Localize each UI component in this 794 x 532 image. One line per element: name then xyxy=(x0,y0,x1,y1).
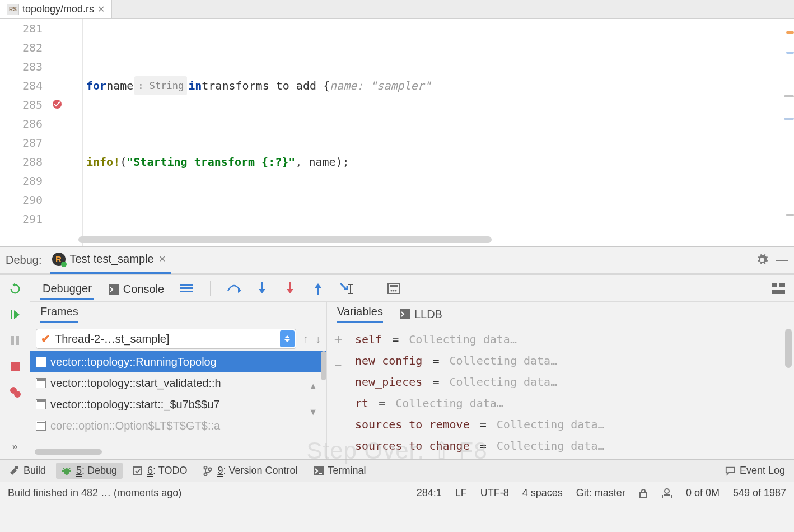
frames-vertical-scrollbar[interactable] xyxy=(321,351,326,380)
tw-terminal[interactable]: Terminal xyxy=(308,463,372,479)
code-line: info!("Starting transform {:?}", name); xyxy=(83,152,794,171)
frame-item[interactable]: core::option::Option$LT$T$GT$::a xyxy=(30,415,326,436)
tw-event-log[interactable]: Event Log xyxy=(720,463,791,479)
gear-icon[interactable] xyxy=(756,254,768,266)
step-into-icon[interactable] xyxy=(254,281,270,296)
hammer-icon xyxy=(9,466,19,476)
lock-icon[interactable] xyxy=(639,488,648,498)
add-watch-icon[interactable]: ＋ xyxy=(331,330,345,348)
variable-row[interactable]: sources_to_remove = Collecting data… xyxy=(355,414,777,435)
variable-row[interactable]: sources_to_change = Collecting data… xyxy=(355,435,777,456)
inspector-icon[interactable] xyxy=(661,488,672,499)
rerun-icon[interactable] xyxy=(7,281,24,297)
svg-rect-26 xyxy=(15,466,18,469)
frames-horizontal-scrollbar[interactable] xyxy=(35,449,322,457)
debugger-toolbar: Debugger Console xyxy=(30,275,794,302)
frame-item[interactable]: vector::topology::RunningTopolog xyxy=(30,351,326,372)
svg-point-32 xyxy=(204,466,207,469)
tw-build[interactable]: Build xyxy=(3,463,52,479)
tab-debugger[interactable]: Debugger xyxy=(40,277,94,300)
tab-console[interactable]: Console xyxy=(106,277,166,299)
svg-rect-25 xyxy=(400,309,410,319)
pause-icon[interactable] xyxy=(7,332,24,349)
svg-point-34 xyxy=(209,468,212,470)
variable-row[interactable]: new_pieces = Collecting data… xyxy=(355,371,777,393)
svg-rect-23 xyxy=(779,283,785,287)
status-git-branch[interactable]: Git: master xyxy=(576,487,625,499)
evaluate-expression-icon[interactable] xyxy=(386,281,401,296)
view-breakpoints-icon[interactable] xyxy=(7,384,24,400)
frame-item[interactable]: vector::topology::start::_$u7b$$u7 xyxy=(30,394,326,415)
svg-rect-9 xyxy=(180,287,193,289)
run-to-cursor-icon[interactable] xyxy=(338,281,354,296)
tw-todo[interactable]: 6: TODO xyxy=(127,463,193,479)
tw-vcs[interactable]: 9: Version Control xyxy=(197,463,303,479)
editor-marker-strip[interactable] xyxy=(784,19,794,246)
variable-row[interactable]: rt = Collecting data… xyxy=(355,393,777,414)
force-step-into-icon[interactable] xyxy=(282,281,298,296)
frames-pane: Frames ✔ Thread-2-…st_sample] ↑ ↓ vector… xyxy=(30,302,327,459)
editor-tabbar: topology/mod.rs ✕ xyxy=(0,0,794,19)
tw-debug[interactable]: 5: Debug xyxy=(56,463,123,479)
variables-vertical-scrollbar[interactable] xyxy=(785,329,792,368)
svg-point-19 xyxy=(391,290,393,291)
step-out-icon[interactable] xyxy=(310,281,326,296)
console-icon xyxy=(109,284,119,295)
svg-rect-24 xyxy=(772,290,785,294)
variables-action-strip: ＋ － xyxy=(327,326,349,459)
resume-icon[interactable] xyxy=(7,306,24,323)
stop-icon[interactable] xyxy=(7,358,24,375)
svg-rect-10 xyxy=(180,291,193,292)
rust-file-icon xyxy=(7,4,19,15)
status-row-count[interactable]: 549 of 1987 xyxy=(733,487,786,499)
debug-header: Debug: R Test test_sample ✕ — xyxy=(0,247,794,275)
frames-list[interactable]: vector::topology::RunningTopolog vector:… xyxy=(30,351,326,447)
frame-icon xyxy=(36,421,46,431)
prev-frame-icon[interactable]: ↑ xyxy=(303,333,309,346)
code-editor[interactable]: 281282283284285286287288289290291 for na… xyxy=(0,19,794,246)
bug-icon xyxy=(62,466,72,476)
file-tab[interactable]: topology/mod.rs ✕ xyxy=(0,0,112,18)
status-build-message: Build finished in 482 … (moments ago) xyxy=(8,487,181,499)
status-indent[interactable]: 4 spaces xyxy=(522,487,563,499)
step-over-icon[interactable] xyxy=(226,281,242,296)
svg-rect-4 xyxy=(11,362,20,371)
svg-point-20 xyxy=(393,290,395,291)
threads-icon[interactable] xyxy=(179,281,194,296)
frames-header[interactable]: Frames xyxy=(40,305,78,323)
debug-tool-window: Debug: R Test test_sample ✕ — » xyxy=(0,246,794,459)
frame-icon xyxy=(36,399,46,409)
breakpoint-checked-icon[interactable] xyxy=(52,99,63,110)
svg-rect-18 xyxy=(390,285,398,287)
variables-list[interactable]: self = Collecting data…new_config = Coll… xyxy=(349,326,783,459)
status-encoding[interactable]: UTF-8 xyxy=(480,487,509,499)
status-memory[interactable]: 0 of 0M xyxy=(686,487,720,499)
svg-rect-8 xyxy=(180,284,193,286)
status-bar: Build finished in 482 … (moments ago) 28… xyxy=(0,482,794,504)
layout-settings-icon[interactable] xyxy=(770,281,786,296)
tab-lldb[interactable]: LLDB xyxy=(400,308,442,321)
editor-horizontal-scrollbar[interactable] xyxy=(78,236,492,243)
svg-rect-17 xyxy=(388,283,399,293)
variables-header[interactable]: Variables xyxy=(337,305,383,323)
close-icon[interactable]: ✕ xyxy=(158,254,166,264)
status-line-ending[interactable]: LF xyxy=(455,487,467,499)
dropdown-icon[interactable] xyxy=(280,330,295,347)
variables-pane: Variables LLDB ＋ － self = Collecting dat… xyxy=(327,302,794,459)
rust-run-icon: R xyxy=(52,253,66,266)
svg-rect-2 xyxy=(11,336,14,345)
close-icon[interactable]: ✕ xyxy=(97,4,105,15)
run-configuration-tab[interactable]: R Test test_sample ✕ xyxy=(50,246,171,274)
frames-scroll-arrows[interactable]: ▲▼ xyxy=(309,381,317,417)
minimize-icon[interactable]: — xyxy=(776,253,788,267)
variable-row[interactable]: new_config = Collecting data… xyxy=(355,350,777,371)
code-area[interactable]: for name: String in transforms_to_add { … xyxy=(83,19,794,246)
frame-item[interactable]: vector::topology::start_validated::h xyxy=(30,372,326,394)
status-caret-position[interactable]: 284:1 xyxy=(417,487,442,499)
variable-row[interactable]: self = Collecting data… xyxy=(355,329,777,350)
next-frame-icon[interactable]: ↓ xyxy=(315,333,321,346)
remove-watch-icon[interactable]: － xyxy=(331,356,345,374)
svg-rect-39 xyxy=(664,494,670,496)
more-icon[interactable]: » xyxy=(7,438,24,455)
thread-selector[interactable]: ✔ Thread-2-…st_sample] xyxy=(36,329,296,349)
